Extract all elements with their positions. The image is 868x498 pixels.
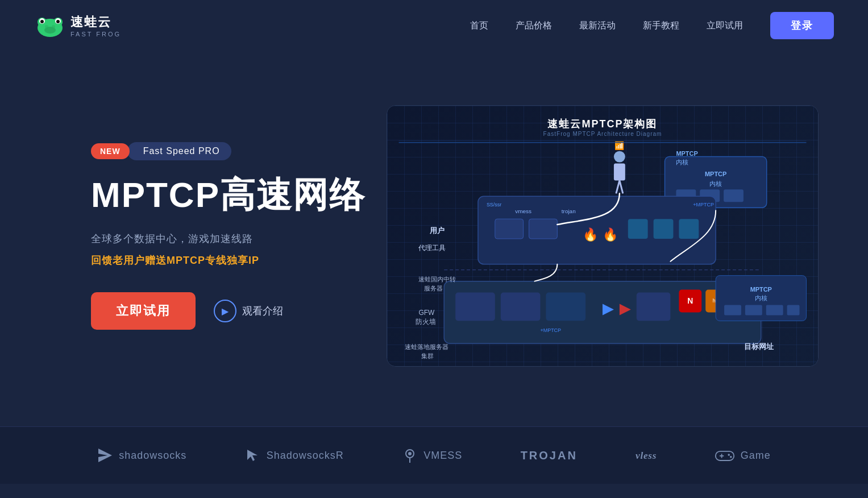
svg-rect-19 bbox=[495, 219, 524, 239]
svg-line-45 bbox=[616, 180, 620, 193]
brand-row: shadowsocks ShadowsocksR VMESS TROJAN vl… bbox=[0, 426, 868, 484]
hero-subtitle: 全球多个数据中心，游戏加速线路 bbox=[91, 232, 387, 246]
svg-rect-65 bbox=[787, 305, 800, 315]
brand-shadowsocksr: ShadowsocksR bbox=[245, 447, 344, 463]
svg-text:MPTCP: MPTCP bbox=[750, 286, 772, 293]
svg-text:防火墙: 防火墙 bbox=[416, 318, 436, 326]
nav-tutorial[interactable]: 新手教程 bbox=[643, 20, 679, 32]
svg-text:速蛙国内中转: 速蛙国内中转 bbox=[418, 276, 456, 283]
svg-rect-74 bbox=[716, 451, 734, 460]
login-button[interactable]: 登录 bbox=[770, 12, 834, 39]
badge-product: Fast Speed PRO bbox=[127, 142, 231, 160]
brand-game: Game bbox=[715, 447, 771, 463]
svg-text:目标网址: 目标网址 bbox=[744, 342, 774, 351]
svg-rect-25 bbox=[679, 219, 699, 239]
vless-icon: vless bbox=[636, 447, 656, 463]
svg-text:GFW: GFW bbox=[418, 309, 435, 317]
brand-game-label: Game bbox=[741, 450, 771, 462]
header: 速蛙云 FAST FROG 首页 产品价格 最新活动 新手教程 立即试用 登录 bbox=[0, 0, 868, 51]
gamepad-icon bbox=[715, 447, 735, 463]
svg-point-8 bbox=[45, 25, 48, 28]
promo-prefix: 回馈老用户赠送 bbox=[91, 255, 167, 266]
svg-rect-44 bbox=[614, 164, 625, 181]
logo-text: 速蛙云 FAST FROG bbox=[70, 14, 121, 38]
brand-trojan-label: TROJAN bbox=[521, 449, 578, 462]
svg-text:代理工具: 代理工具 bbox=[418, 244, 446, 252]
nav-home[interactable]: 首页 bbox=[470, 20, 488, 32]
hero-left: NEW Fast Speed PRO MPTCP高速网络 全球多个数据中心，游戏… bbox=[91, 142, 387, 330]
svg-text:🔥: 🔥 bbox=[583, 227, 599, 242]
svg-text:内核: 内核 bbox=[709, 180, 722, 187]
svg-point-9 bbox=[52, 25, 55, 28]
nav-trial[interactable]: 立即试用 bbox=[707, 20, 743, 32]
svg-rect-15 bbox=[724, 189, 744, 202]
svg-point-5 bbox=[40, 20, 44, 23]
svg-text:内核: 内核 bbox=[676, 159, 688, 165]
nav-pricing[interactable]: 产品价格 bbox=[516, 20, 552, 32]
svg-point-6 bbox=[56, 20, 60, 23]
svg-rect-31 bbox=[501, 293, 541, 321]
watch-label: 观看介绍 bbox=[242, 304, 283, 318]
svg-text:速蛙落地服务器: 速蛙落地服务器 bbox=[405, 343, 448, 350]
svg-text:🔥: 🔥 bbox=[603, 227, 618, 242]
svg-text:vmess: vmess bbox=[515, 208, 531, 214]
svg-line-46 bbox=[620, 180, 623, 193]
svg-rect-63 bbox=[745, 305, 762, 315]
brand-vmess-label: VMESS bbox=[423, 450, 462, 462]
brand-shadowsocksr-label: ShadowsocksR bbox=[267, 450, 344, 462]
svg-rect-24 bbox=[654, 219, 674, 239]
nav-events[interactable]: 最新活动 bbox=[579, 20, 616, 32]
svg-point-43 bbox=[614, 151, 625, 163]
svg-marker-68 bbox=[98, 449, 112, 462]
svg-point-78 bbox=[730, 456, 732, 458]
main-nav: 首页 产品价格 最新活动 新手教程 立即试用 登录 bbox=[470, 12, 834, 39]
arch-diagram-container: 速蛙云MPTCP架构图 FastFrog MPTCP Architecture … bbox=[387, 105, 819, 367]
svg-text:服务器: 服务器 bbox=[424, 285, 443, 292]
logo-en-text: FAST FROG bbox=[70, 31, 121, 38]
svg-point-77 bbox=[728, 454, 730, 456]
badge-new: NEW bbox=[91, 143, 130, 159]
svg-marker-69 bbox=[247, 450, 258, 461]
svg-text:+MPTCP: +MPTCP bbox=[540, 327, 561, 333]
svg-rect-23 bbox=[628, 219, 648, 239]
svg-point-71 bbox=[408, 452, 412, 455]
svg-text:内核: 内核 bbox=[755, 295, 767, 302]
hero-section: NEW Fast Speed PRO MPTCP高速网络 全球多个数据中心，游戏… bbox=[0, 51, 868, 426]
brand-shadowsocks: shadowsocks bbox=[97, 447, 186, 463]
svg-text:+MPTCP: +MPTCP bbox=[693, 202, 714, 208]
paper-plane-icon bbox=[97, 447, 113, 463]
pin-icon bbox=[402, 447, 418, 463]
svg-text:MPTCP: MPTCP bbox=[705, 171, 726, 177]
svg-rect-30 bbox=[455, 293, 495, 321]
logo-cn-text: 速蛙云 bbox=[70, 14, 121, 31]
hero-actions: 立即试用 ▶ 观看介绍 bbox=[91, 292, 387, 330]
hero-promo: 回馈老用户赠送MPTCP专线独享IP bbox=[91, 254, 387, 267]
brand-shadowsocks-label: shadowsocks bbox=[119, 450, 186, 462]
frog-logo-icon bbox=[34, 10, 66, 42]
arch-diagram: 速蛙云MPTCP架构图 FastFrog MPTCP Architecture … bbox=[387, 106, 818, 366]
svg-text:N: N bbox=[687, 296, 693, 305]
try-button[interactable]: 立即试用 bbox=[91, 292, 196, 330]
svg-text:用户: 用户 bbox=[429, 226, 445, 235]
svg-text:SS/ssr: SS/ssr bbox=[487, 202, 501, 208]
brand-vmess: VMESS bbox=[402, 447, 462, 463]
svg-rect-64 bbox=[766, 305, 783, 315]
brand-vless: vless bbox=[636, 447, 656, 463]
svg-rect-62 bbox=[724, 305, 741, 315]
arch-svg: MPTCP 内核 vmess trojan bbox=[387, 106, 818, 366]
svg-text:集群: 集群 bbox=[421, 352, 434, 359]
watch-button[interactable]: ▶ 观看介绍 bbox=[214, 300, 283, 322]
svg-rect-32 bbox=[546, 293, 585, 321]
svg-rect-35 bbox=[637, 293, 671, 321]
badge-row: NEW Fast Speed PRO bbox=[91, 142, 387, 160]
logo[interactable]: 速蛙云 FAST FROG bbox=[34, 10, 121, 42]
promo-highlight: MPTCP专线独享IP bbox=[167, 255, 259, 266]
svg-text:vless: vless bbox=[636, 450, 656, 461]
hero-title: MPTCP高速网络 bbox=[91, 174, 387, 216]
play-icon: ▶ bbox=[214, 300, 236, 322]
svg-text:trojan: trojan bbox=[562, 208, 576, 214]
brand-trojan: TROJAN bbox=[521, 449, 578, 462]
cursor-icon bbox=[245, 447, 261, 463]
svg-text:MPTCP: MPTCP bbox=[676, 150, 697, 157]
svg-rect-20 bbox=[529, 219, 558, 239]
